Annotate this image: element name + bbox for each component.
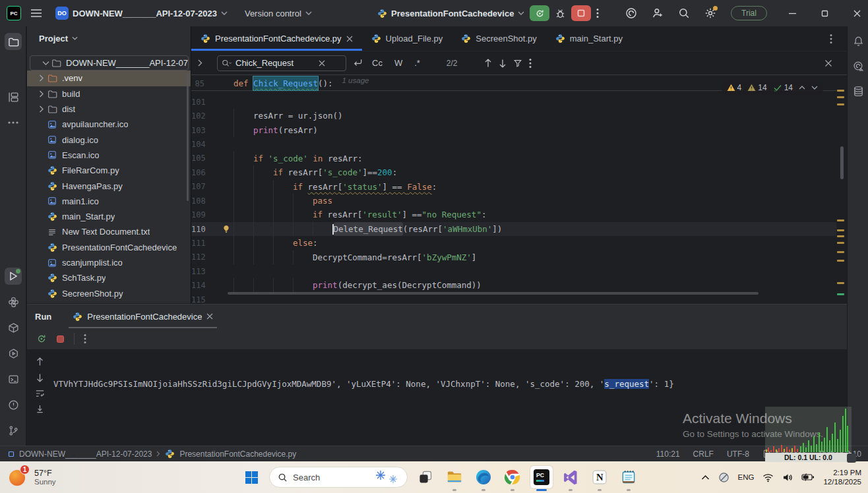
code-line-108[interactable]: 108pass: [191, 194, 836, 208]
regex-toggle[interactable]: .*: [412, 57, 423, 69]
console[interactable]: VTVhYTJHdGc9PSIsImNOIjoiaHhSSzRid3giLCJp…: [27, 349, 847, 446]
code-line-111[interactable]: 111else:: [191, 236, 836, 250]
add-user-icon[interactable]: [652, 7, 664, 19]
editor-horizontal-scrollbar[interactable]: [228, 292, 759, 295]
find-expand-icon[interactable]: [198, 59, 202, 67]
editor-vertical-scrollbar[interactable]: [840, 146, 844, 179]
tab-options-icon[interactable]: [830, 34, 832, 44]
tree-item[interactable]: New Text Document.txt: [27, 224, 191, 239]
taskbar-app-visual-studio[interactable]: [559, 466, 582, 488]
code-area[interactable]: 101102resArr = ur.json()103print(resArr)…: [191, 92, 836, 304]
filter-icon[interactable]: [513, 59, 522, 68]
words-toggle[interactable]: W: [392, 57, 405, 69]
ai-assistant-icon[interactable]: [625, 7, 637, 19]
line-number[interactable]: 114: [191, 281, 208, 290]
error-stripe-mark[interactable]: [837, 282, 844, 284]
python-packages-icon[interactable]: [5, 319, 22, 336]
tree-expand-icon[interactable]: [36, 74, 47, 82]
terminal-tool-icon[interactable]: [5, 370, 22, 388]
run-tab-close-icon[interactable]: [206, 313, 213, 320]
run-tab[interactable]: PresentationFontCachedevice: [69, 304, 217, 328]
scroll-down-icon[interactable]: [36, 373, 44, 382]
taskbar-app-notion[interactable]: N: [588, 466, 611, 488]
code-line-106[interactable]: 106if resArr['s_code']==200:: [191, 165, 836, 179]
rerun-button[interactable]: [530, 5, 549, 21]
line-number[interactable]: 110: [191, 225, 208, 234]
find-clear-icon[interactable]: [319, 60, 325, 67]
problems-tool-icon[interactable]: [5, 396, 22, 413]
clock[interactable]: 2:19 PM 12/18/2025: [823, 468, 861, 486]
tree-root-item[interactable]: DOWN-NEW_______API-12-07-2023: [30, 55, 189, 71]
tree-item[interactable]: FileRarCom.py: [27, 163, 191, 178]
line-number[interactable]: 101: [191, 98, 208, 107]
code-line-105[interactable]: 105if 's_code' in resArr:: [191, 152, 836, 165]
network-monitor-overlay[interactable]: DL: 0.1 UL: 0.0: [765, 407, 852, 462]
volume-icon[interactable]: [782, 473, 793, 482]
code-line-112[interactable]: 112DecryptCommand=resArr['bZywPmNZ']: [191, 250, 836, 264]
tree-item[interactable]: build: [27, 86, 191, 102]
services-tool-icon[interactable]: [5, 345, 22, 362]
project-panel-title[interactable]: Project: [39, 34, 68, 44]
find-more-icon[interactable]: [529, 58, 532, 69]
close-button[interactable]: [853, 9, 861, 18]
more-tools-icon[interactable]: [5, 114, 22, 131]
taskbar-search-box[interactable]: Search: [269, 467, 408, 488]
breadcrumb-project[interactable]: DOWN-NEW_______API-12-07-2023: [19, 450, 152, 459]
line-number[interactable]: 103: [191, 126, 208, 135]
line-number[interactable]: 102: [191, 111, 208, 121]
tree-expand-icon[interactable]: [40, 61, 51, 66]
notifications-bell-icon[interactable]: [852, 34, 865, 47]
trial-badge[interactable]: Trial: [731, 6, 767, 20]
error-stripe-mark[interactable]: [837, 235, 844, 237]
breadcrumb-file[interactable]: PresentationFontCachedevice.py: [179, 450, 296, 459]
find-input[interactable]: [235, 58, 315, 68]
inspection-widget[interactable]: 4 14 14: [722, 80, 823, 95]
eye-off-icon[interactable]: [718, 472, 729, 483]
taskbar-app-notepad[interactable]: [617, 466, 640, 488]
code-line-107[interactable]: 107if resArr['status'] == False:: [191, 180, 836, 194]
code-line-109[interactable]: 109if resArr['result'] =="no Request":: [191, 208, 836, 221]
tray-expand-icon[interactable]: [701, 475, 710, 480]
editor-tab-1[interactable]: Upload_File.py: [362, 26, 452, 51]
editor-tab-3[interactable]: main_Start.py: [546, 26, 632, 51]
project-tree-scrollbar[interactable]: [187, 72, 189, 201]
match-case-toggle[interactable]: Cc: [369, 57, 385, 69]
error-stripe-mark[interactable]: [837, 293, 844, 295]
console-stop-icon[interactable]: [56, 335, 65, 343]
prev-match-icon[interactable]: [484, 59, 492, 68]
run-tool-icon[interactable]: [5, 268, 22, 285]
code-line-110[interactable]: 110Delete_Request(resArr['aWHmxUbn']): [191, 222, 836, 236]
weather-widget[interactable]: 1 57°F Sunny: [9, 464, 56, 490]
tree-item[interactable]: .venv: [27, 71, 191, 86]
line-number[interactable]: 112: [191, 252, 208, 262]
console-more-icon[interactable]: [84, 334, 86, 344]
project-widget[interactable]: DO DOWN-NEW_______API-12-07-2023: [51, 4, 232, 22]
tree-item[interactable]: SchTask.py: [27, 270, 191, 285]
editor-tab-0[interactable]: PresentationFontCachedevice.py: [191, 26, 362, 51]
task-view-button[interactable]: [414, 466, 437, 488]
error-stripe-mark[interactable]: [837, 229, 844, 231]
tree-item[interactable]: main_Start.py: [27, 209, 191, 224]
stop-button[interactable]: [571, 5, 591, 21]
line-number[interactable]: 85: [191, 79, 208, 88]
caret-position[interactable]: 110:21: [656, 450, 680, 459]
line-number[interactable]: 115: [191, 295, 208, 304]
next-problem-icon[interactable]: [811, 86, 818, 90]
run-panel-title[interactable]: Run: [35, 312, 51, 322]
intention-bulb-icon[interactable]: [208, 224, 233, 234]
usage-hint[interactable]: 1 usage: [342, 76, 369, 90]
debug-icon[interactable]: [555, 8, 566, 19]
python-console-icon[interactable]: [5, 293, 22, 310]
structure-tool-icon[interactable]: [5, 88, 22, 105]
file-encoding[interactable]: UTF-8: [727, 450, 749, 459]
tree-item[interactable]: Escan.ico: [27, 148, 191, 163]
error-stripe-mark[interactable]: [837, 219, 844, 221]
more-actions-icon[interactable]: [596, 8, 599, 18]
scroll-to-end-icon[interactable]: [36, 405, 44, 414]
line-separator[interactable]: CRLF: [693, 450, 714, 459]
error-stripe[interactable]: [836, 66, 846, 304]
code-line-104[interactable]: 104: [191, 137, 836, 151]
line-number[interactable]: 107: [191, 182, 208, 191]
ai-assistant-tool-icon[interactable]: [852, 59, 865, 72]
maximize-button[interactable]: [821, 9, 829, 18]
